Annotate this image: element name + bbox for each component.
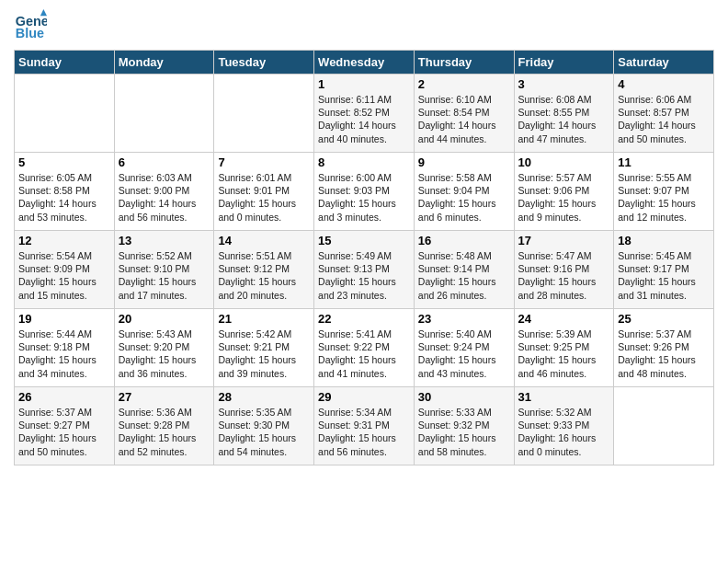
calendar-cell: 9Sunrise: 5:58 AM Sunset: 9:04 PM Daylig… (414, 153, 514, 231)
page-header: General Blue (14, 9, 714, 42)
day-number: 24 (518, 312, 610, 326)
calendar-cell: 17Sunrise: 5:47 AM Sunset: 9:16 PM Dayli… (514, 231, 614, 309)
day-info: Sunrise: 5:37 AM Sunset: 9:27 PM Dayligh… (18, 406, 110, 458)
day-info: Sunrise: 5:42 AM Sunset: 9:21 PM Dayligh… (218, 327, 310, 380)
day-number: 4 (618, 77, 710, 91)
day-number: 5 (18, 155, 110, 169)
day-info: Sunrise: 5:32 AM Sunset: 9:33 PM Dayligh… (518, 406, 610, 458)
day-info: Sunrise: 5:34 AM Sunset: 9:31 PM Dayligh… (318, 406, 410, 458)
day-number: 19 (18, 312, 110, 326)
day-info: Sunrise: 5:49 AM Sunset: 9:13 PM Dayligh… (318, 249, 410, 302)
day-info: Sunrise: 5:44 AM Sunset: 9:18 PM Dayligh… (18, 327, 110, 380)
calendar-cell: 2Sunrise: 6:10 AM Sunset: 8:54 PM Daylig… (414, 75, 514, 153)
calendar-cell: 27Sunrise: 5:36 AM Sunset: 9:28 PM Dayli… (114, 387, 214, 465)
day-number: 18 (618, 234, 710, 247)
calendar-cell: 4Sunrise: 6:06 AM Sunset: 8:57 PM Daylig… (614, 75, 714, 153)
day-number: 30 (418, 390, 510, 404)
calendar-cell: 20Sunrise: 5:43 AM Sunset: 9:20 PM Dayli… (114, 309, 214, 387)
day-info: Sunrise: 5:37 AM Sunset: 9:26 PM Dayligh… (618, 327, 710, 380)
day-number: 14 (218, 234, 310, 247)
calendar-cell: 29Sunrise: 5:34 AM Sunset: 9:31 PM Dayli… (314, 387, 415, 465)
day-info: Sunrise: 5:47 AM Sunset: 9:16 PM Dayligh… (518, 249, 610, 302)
day-number: 25 (618, 312, 710, 326)
day-info: Sunrise: 5:41 AM Sunset: 9:22 PM Dayligh… (318, 327, 410, 380)
day-number: 15 (318, 234, 410, 247)
day-info: Sunrise: 5:39 AM Sunset: 9:25 PM Dayligh… (518, 327, 610, 380)
svg-marker-2 (40, 9, 47, 16)
day-info: Sunrise: 5:40 AM Sunset: 9:24 PM Dayligh… (418, 327, 510, 380)
calendar-cell: 10Sunrise: 5:57 AM Sunset: 9:06 PM Dayli… (514, 153, 614, 231)
day-info: Sunrise: 6:03 AM Sunset: 9:00 PM Dayligh… (119, 171, 210, 224)
day-number: 16 (418, 234, 510, 247)
calendar-cell (114, 75, 214, 153)
calendar-cell: 25Sunrise: 5:37 AM Sunset: 9:26 PM Dayli… (614, 309, 714, 387)
calendar-week-row: 26Sunrise: 5:37 AM Sunset: 9:27 PM Dayli… (15, 387, 714, 465)
calendar-cell (214, 75, 314, 153)
day-info: Sunrise: 6:08 AM Sunset: 8:55 PM Dayligh… (518, 93, 610, 145)
calendar-cell: 7Sunrise: 6:01 AM Sunset: 9:01 PM Daylig… (214, 153, 314, 231)
weekday-header-tuesday: Tuesday (214, 51, 314, 75)
calendar-cell: 26Sunrise: 5:37 AM Sunset: 9:27 PM Dayli… (15, 387, 115, 465)
day-info: Sunrise: 6:01 AM Sunset: 9:01 PM Dayligh… (218, 171, 310, 224)
calendar-cell: 23Sunrise: 5:40 AM Sunset: 9:24 PM Dayli… (414, 309, 514, 387)
day-number: 29 (318, 390, 410, 404)
day-info: Sunrise: 5:57 AM Sunset: 9:06 PM Dayligh… (518, 171, 610, 224)
day-info: Sunrise: 6:11 AM Sunset: 8:52 PM Dayligh… (318, 93, 410, 145)
calendar-week-row: 12Sunrise: 5:54 AM Sunset: 9:09 PM Dayli… (15, 231, 714, 309)
day-number: 23 (418, 312, 510, 326)
calendar-cell: 15Sunrise: 5:49 AM Sunset: 9:13 PM Dayli… (314, 231, 415, 309)
day-number: 3 (518, 77, 610, 91)
weekday-header-monday: Monday (114, 51, 214, 75)
weekday-header-wednesday: Wednesday (314, 51, 415, 75)
day-info: Sunrise: 5:58 AM Sunset: 9:04 PM Dayligh… (418, 171, 510, 224)
calendar-cell: 21Sunrise: 5:42 AM Sunset: 9:21 PM Dayli… (214, 309, 314, 387)
weekday-header-row: SundayMondayTuesdayWednesdayThursdayFrid… (15, 51, 714, 75)
calendar-cell: 6Sunrise: 6:03 AM Sunset: 9:00 PM Daylig… (114, 153, 214, 231)
calendar-cell: 14Sunrise: 5:51 AM Sunset: 9:12 PM Dayli… (214, 231, 314, 309)
calendar-cell: 12Sunrise: 5:54 AM Sunset: 9:09 PM Dayli… (15, 231, 115, 309)
day-info: Sunrise: 5:45 AM Sunset: 9:17 PM Dayligh… (618, 249, 710, 302)
calendar-cell: 24Sunrise: 5:39 AM Sunset: 9:25 PM Dayli… (514, 309, 614, 387)
calendar-cell: 13Sunrise: 5:52 AM Sunset: 9:10 PM Dayli… (114, 231, 214, 309)
calendar-cell: 16Sunrise: 5:48 AM Sunset: 9:14 PM Dayli… (414, 231, 514, 309)
logo: General Blue (14, 9, 51, 42)
calendar-week-row: 19Sunrise: 5:44 AM Sunset: 9:18 PM Dayli… (15, 309, 714, 387)
calendar-cell: 19Sunrise: 5:44 AM Sunset: 9:18 PM Dayli… (15, 309, 115, 387)
calendar-cell: 31Sunrise: 5:32 AM Sunset: 9:33 PM Dayli… (514, 387, 614, 465)
day-number: 6 (119, 155, 210, 169)
calendar-cell: 28Sunrise: 5:35 AM Sunset: 9:30 PM Dayli… (214, 387, 314, 465)
weekday-header-saturday: Saturday (614, 51, 714, 75)
day-info: Sunrise: 5:43 AM Sunset: 9:20 PM Dayligh… (119, 327, 210, 380)
weekday-header-friday: Friday (514, 51, 614, 75)
calendar-table: SundayMondayTuesdayWednesdayThursdayFrid… (14, 50, 714, 465)
day-number: 8 (318, 155, 410, 169)
calendar-cell: 1Sunrise: 6:11 AM Sunset: 8:52 PM Daylig… (314, 75, 415, 153)
weekday-header-thursday: Thursday (414, 51, 514, 75)
day-number: 21 (218, 312, 310, 326)
day-number: 2 (418, 77, 510, 91)
calendar-cell: 3Sunrise: 6:08 AM Sunset: 8:55 PM Daylig… (514, 75, 614, 153)
day-info: Sunrise: 6:05 AM Sunset: 8:58 PM Dayligh… (18, 171, 110, 224)
calendar-cell: 18Sunrise: 5:45 AM Sunset: 9:17 PM Dayli… (614, 231, 714, 309)
day-info: Sunrise: 6:06 AM Sunset: 8:57 PM Dayligh… (618, 93, 710, 145)
calendar-cell (15, 75, 115, 153)
calendar-week-row: 1Sunrise: 6:11 AM Sunset: 8:52 PM Daylig… (15, 75, 714, 153)
day-number: 28 (218, 390, 310, 404)
day-number: 27 (119, 390, 210, 404)
day-number: 1 (318, 77, 410, 91)
day-info: Sunrise: 5:54 AM Sunset: 9:09 PM Dayligh… (18, 249, 110, 302)
day-info: Sunrise: 5:55 AM Sunset: 9:07 PM Dayligh… (618, 171, 710, 224)
day-info: Sunrise: 6:10 AM Sunset: 8:54 PM Dayligh… (418, 93, 510, 145)
calendar-cell: 8Sunrise: 6:00 AM Sunset: 9:03 PM Daylig… (314, 153, 415, 231)
weekday-header-sunday: Sunday (15, 51, 115, 75)
day-info: Sunrise: 5:52 AM Sunset: 9:10 PM Dayligh… (119, 249, 210, 302)
day-number: 12 (18, 234, 110, 247)
day-number: 20 (119, 312, 210, 326)
calendar-cell: 22Sunrise: 5:41 AM Sunset: 9:22 PM Dayli… (314, 309, 415, 387)
calendar-cell (614, 387, 714, 465)
day-info: Sunrise: 6:00 AM Sunset: 9:03 PM Dayligh… (318, 171, 410, 224)
day-info: Sunrise: 5:51 AM Sunset: 9:12 PM Dayligh… (218, 249, 310, 302)
calendar-week-row: 5Sunrise: 6:05 AM Sunset: 8:58 PM Daylig… (15, 153, 714, 231)
logo-icon: General Blue (14, 9, 47, 42)
calendar-cell: 30Sunrise: 5:33 AM Sunset: 9:32 PM Dayli… (414, 387, 514, 465)
